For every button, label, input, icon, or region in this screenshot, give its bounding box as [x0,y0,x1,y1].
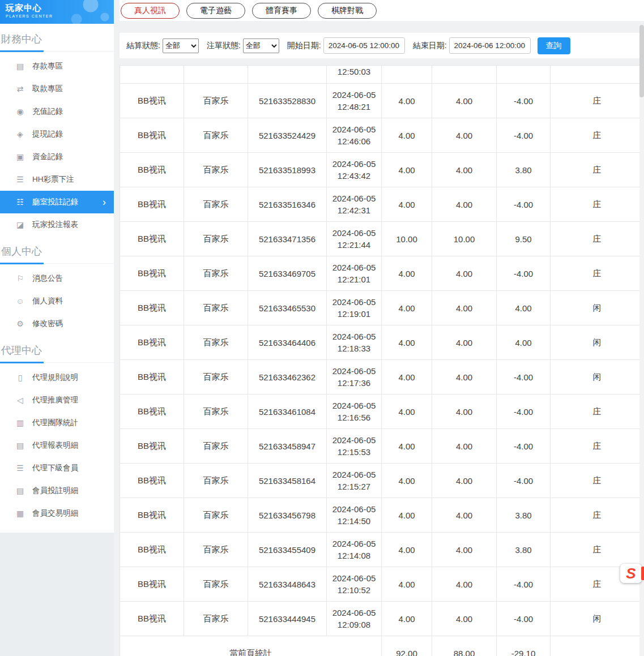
sidebar-item-withdraw-zone[interactable]: ⇄取款專區 [0,78,114,100]
cell-game: 百家乐 [184,567,248,602]
cell-valid: 4.00 [432,464,497,498]
cell-platform: BB视讯 [120,118,184,153]
sidebar-item-agent-team-stats[interactable]: ▥代理團隊統計 [0,411,114,434]
cell-game: 百家乐 [184,187,248,222]
cell-platform: BB视讯 [120,84,184,118]
app-title: 玩家中心 [6,3,114,14]
time-line: 12:43:42 [338,170,370,182]
sidebar-item-label: 提現記錄 [32,129,63,139]
cell-winloss: 9.50 [497,222,551,256]
date-line: 2024-06-05 [332,572,376,584]
cell-platform: BB视讯 [120,464,184,498]
sidebar-item-announcements[interactable]: ⚐消息公告 [0,267,114,290]
date-line: 2024-06-05 [332,538,376,550]
time-line: 12:48:21 [338,101,370,113]
cell-bet: 4.00 [382,84,432,118]
ledger-icon: ▦ [15,509,25,518]
cell-bet: 4.00 [382,153,432,187]
cell-bet: 4.00 [382,256,432,291]
vertical-scrollbar[interactable] [639,25,644,656]
cell-order: 521633456798 [248,498,327,533]
main-content: 真人視訊電子遊藝體育賽事棋牌對戰 結算狀態: 全部 注單狀態: 全部 開始日期:… [114,0,644,656]
sidebar-item-player-bet-report[interactable]: ◪玩家投注報表 [0,213,114,236]
cell-game: 百家乐 [184,602,248,636]
time-line: 12:14:08 [338,550,370,561]
tab-electronic-games[interactable]: 電子遊藝 [186,3,245,19]
cell-bet: 4.00 [382,429,432,464]
sidebar-item-profile[interactable]: ☺個人資料 [0,290,114,312]
date-line: 2024-06-05 [332,331,376,342]
tab-sports-events[interactable]: 體育賽事 [252,3,311,19]
sidebar-section-title: 財務中心 [0,24,114,52]
time-line: 12:10:52 [338,584,370,596]
tab-live-casino[interactable]: 真人視訊 [121,3,180,19]
cell-datetime: 2024-06-0512:15:27 [327,464,382,498]
sidebar-item-cashout-records[interactable]: ◈提現記錄 [0,123,114,145]
report-icon: ◪ [15,220,25,229]
sidebar-item-agent-sub-members[interactable]: ☰代理下級會員 [0,457,114,479]
search-button[interactable]: 查詢 [538,37,570,54]
cell-winloss: 4.00 [497,325,551,360]
cell-platform: BB视讯 [120,567,184,602]
sidebar-item-agent-rules[interactable]: ▯代理規則說明 [0,366,114,389]
cell-platform: BB视讯 [120,602,184,636]
table-row: BB视讯百家乐5216334655302024-06-0512:19:014.0… [120,291,644,325]
cell-order [248,66,327,84]
stats-icon: ▥ [15,418,25,427]
cell-winloss: -4.00 [497,187,551,222]
cell-order: 521633471356 [248,222,327,256]
withdraw-icon: ⇄ [15,84,25,93]
funds-icon: ▣ [15,152,25,161]
app-logo: 玩家中心 PLAYERS CENTER [0,0,114,24]
end-date-input[interactable] [449,37,531,54]
sidebar-item-hh-lottery-bets[interactable]: ☰HH彩票下注 [0,168,114,191]
sidebar-item-room-bet-records[interactable]: ☷廳室投註記錄› [0,191,114,213]
sidebar-item-deposit-zone[interactable]: ▤存款專區 [0,55,114,78]
cell-datetime: 2024-06-0512:15:53 [327,429,382,464]
cell-result: 庄 [551,464,644,498]
end-date-label: 結束日期: [413,41,447,51]
cell-result: 庄 [551,256,644,291]
cell-result: 闲 [551,360,644,395]
time-line: 12:14:50 [338,515,370,527]
users-icon: ☰ [15,464,25,473]
cell-datetime: 2024-06-0512:43:42 [327,153,382,187]
settle-status-select[interactable]: 全部 [163,38,199,53]
footer-bet-total: 92.00 [382,636,432,656]
cell-order: 521633461084 [248,395,327,429]
cell-bet: 4.00 [382,325,432,360]
date-line: 2024-06-05 [332,400,376,411]
date-line: 2024-06-05 [332,503,376,515]
date-line: 2024-06-05 [332,158,376,170]
footer-label: 當前頁統計 [120,636,382,656]
sidebar-item-member-trade-detail[interactable]: ▦會員交易明細 [0,502,114,525]
cell-datetime: 2024-06-0512:19:01 [327,291,382,325]
tab-board-card-games[interactable]: 棋牌對戰 [318,3,377,19]
sidebar-item-funds-records[interactable]: ▣資金記錄 [0,145,114,168]
date-line: 2024-06-05 [332,261,376,273]
cell-game: 百家乐 [184,256,248,291]
time-line: 12:15:27 [338,481,370,492]
cell-result: 闲 [551,325,644,360]
sidebar-item-label: HH彩票下注 [32,174,74,185]
cell-valid: 4.00 [432,84,497,118]
sidebar-item-agent-report-detail[interactable]: ▤代理報表明細 [0,434,114,457]
order-status-select[interactable]: 全部 [243,38,279,53]
cell-game: 百家乐 [184,84,248,118]
start-date-input[interactable] [323,37,405,54]
room-bets-icon: ☷ [15,198,25,207]
cell-datetime: 2024-06-0512:09:08 [327,602,382,636]
cell-datetime: 2024-06-0512:16:56 [327,395,382,429]
sidebar-item-member-bet-detail[interactable]: ▤會員投註明細 [0,479,114,502]
sidebar-item-recharge-records[interactable]: ◉充值記錄 [0,100,114,123]
table-row: BB视讯百家乐5216335244292024-06-0512:46:064.0… [120,118,644,153]
cell-valid: 4.00 [432,325,497,360]
footer-winloss-total: -29.10 [497,636,551,656]
cell-order: 521633455409 [248,533,327,567]
sidebar-item-agent-promotion[interactable]: ◁代理推廣管理 [0,389,114,411]
sidebar-item-change-password[interactable]: ⚙修改密碼 [0,312,114,335]
cell-order: 521633444945 [248,602,327,636]
cell-winloss: -4.00 [497,567,551,602]
cell-game: 百家乐 [184,464,248,498]
scrollbar-thumb[interactable] [639,25,644,97]
